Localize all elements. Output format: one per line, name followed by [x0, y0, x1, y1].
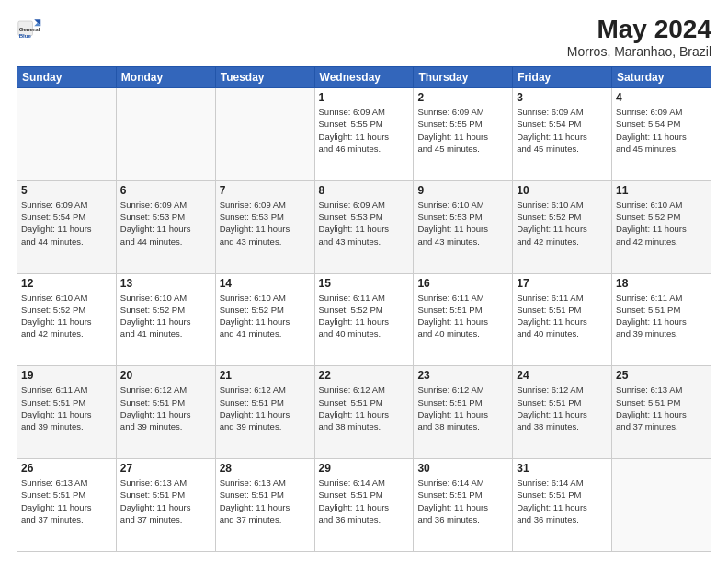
day-info-1: Sunrise: 6:09 AM Sunset: 5:55 PM Dayligh…: [319, 106, 410, 155]
calendar-cell-w0-d1: [116, 88, 215, 181]
calendar-cell-w1-d0: 5Sunrise: 6:09 AM Sunset: 5:54 PM Daylig…: [17, 180, 117, 273]
calendar-cell-w0-d3: 1Sunrise: 6:09 AM Sunset: 5:55 PM Daylig…: [314, 88, 414, 181]
calendar-cell-w2-d0: 12Sunrise: 6:10 AM Sunset: 5:52 PM Dayli…: [17, 273, 117, 366]
day-info-22: Sunrise: 6:12 AM Sunset: 5:51 PM Dayligh…: [319, 384, 410, 432]
day-number-1: 1: [319, 91, 410, 104]
calendar-cell-w4-d6: [612, 459, 711, 552]
day-number-20: 20: [120, 369, 211, 382]
day-number-10: 10: [517, 184, 608, 197]
calendar-cell-w4-d2: 28Sunrise: 6:13 AM Sunset: 5:51 PM Dayli…: [215, 459, 314, 552]
day-number-19: 19: [21, 369, 112, 382]
day-info-10: Sunrise: 6:10 AM Sunset: 5:52 PM Dayligh…: [517, 199, 608, 247]
day-number-15: 15: [319, 277, 410, 290]
calendar-cell-w4-d1: 27Sunrise: 6:13 AM Sunset: 5:51 PM Dayli…: [116, 459, 215, 552]
week-row-3: 19Sunrise: 6:11 AM Sunset: 5:51 PM Dayli…: [17, 366, 711, 459]
day-info-29: Sunrise: 6:14 AM Sunset: 5:51 PM Dayligh…: [319, 477, 410, 525]
day-info-5: Sunrise: 6:09 AM Sunset: 5:54 PM Dayligh…: [21, 199, 112, 247]
calendar-cell-w1-d3: 8Sunrise: 6:09 AM Sunset: 5:53 PM Daylig…: [314, 180, 414, 273]
calendar-cell-w1-d2: 7Sunrise: 6:09 AM Sunset: 5:53 PM Daylig…: [215, 180, 314, 273]
calendar-cell-w2-d1: 13Sunrise: 6:10 AM Sunset: 5:52 PM Dayli…: [116, 273, 215, 366]
day-info-20: Sunrise: 6:12 AM Sunset: 5:51 PM Dayligh…: [120, 384, 211, 432]
day-info-2: Sunrise: 6:09 AM Sunset: 5:55 PM Dayligh…: [417, 106, 508, 155]
col-thursday: Thursday: [414, 67, 513, 88]
day-info-15: Sunrise: 6:11 AM Sunset: 5:52 PM Dayligh…: [319, 292, 410, 340]
day-info-12: Sunrise: 6:10 AM Sunset: 5:52 PM Dayligh…: [21, 292, 112, 340]
day-number-28: 28: [220, 462, 311, 475]
day-number-29: 29: [319, 462, 410, 475]
day-number-5: 5: [21, 184, 112, 197]
day-info-31: Sunrise: 6:14 AM Sunset: 5:51 PM Dayligh…: [517, 477, 608, 525]
calendar-cell-w3-d4: 23Sunrise: 6:12 AM Sunset: 5:51 PM Dayli…: [414, 366, 513, 459]
day-number-18: 18: [616, 277, 707, 290]
day-info-30: Sunrise: 6:14 AM Sunset: 5:51 PM Dayligh…: [417, 477, 508, 525]
day-number-9: 9: [417, 184, 508, 197]
day-number-2: 2: [417, 91, 508, 104]
day-info-9: Sunrise: 6:10 AM Sunset: 5:53 PM Dayligh…: [417, 199, 508, 247]
col-wednesday: Wednesday: [314, 67, 414, 88]
calendar-cell-w0-d0: [17, 88, 117, 181]
day-info-16: Sunrise: 6:11 AM Sunset: 5:51 PM Dayligh…: [417, 292, 508, 340]
week-row-1: 5Sunrise: 6:09 AM Sunset: 5:54 PM Daylig…: [17, 180, 711, 273]
calendar-cell-w3-d2: 21Sunrise: 6:12 AM Sunset: 5:51 PM Dayli…: [215, 366, 314, 459]
calendar-cell-w3-d1: 20Sunrise: 6:12 AM Sunset: 5:51 PM Dayli…: [116, 366, 215, 459]
day-info-7: Sunrise: 6:09 AM Sunset: 5:53 PM Dayligh…: [220, 199, 311, 247]
day-number-4: 4: [616, 91, 707, 104]
day-number-16: 16: [417, 277, 508, 290]
day-number-11: 11: [616, 184, 707, 197]
day-number-25: 25: [616, 369, 707, 382]
day-info-3: Sunrise: 6:09 AM Sunset: 5:54 PM Dayligh…: [517, 106, 608, 155]
day-number-17: 17: [517, 277, 608, 290]
day-number-24: 24: [517, 369, 608, 382]
day-number-12: 12: [21, 277, 112, 290]
day-info-26: Sunrise: 6:13 AM Sunset: 5:51 PM Dayligh…: [21, 477, 112, 525]
day-info-6: Sunrise: 6:09 AM Sunset: 5:53 PM Dayligh…: [120, 199, 211, 247]
calendar-cell-w2-d6: 18Sunrise: 6:11 AM Sunset: 5:51 PM Dayli…: [612, 273, 711, 366]
title-location: Morros, Maranhao, Brazil: [567, 44, 711, 59]
day-info-28: Sunrise: 6:13 AM Sunset: 5:51 PM Dayligh…: [220, 477, 311, 525]
header: General Blue May 2024 Morros, Maranhao, …: [17, 15, 711, 59]
calendar-cell-w4-d0: 26Sunrise: 6:13 AM Sunset: 5:51 PM Dayli…: [17, 459, 117, 552]
day-number-8: 8: [319, 184, 410, 197]
day-number-21: 21: [220, 369, 311, 382]
day-number-6: 6: [120, 184, 211, 197]
col-saturday: Saturday: [612, 67, 711, 88]
day-number-30: 30: [417, 462, 508, 475]
page: General Blue May 2024 Morros, Maranhao, …: [0, 0, 728, 563]
calendar-cell-w3-d6: 25Sunrise: 6:13 AM Sunset: 5:51 PM Dayli…: [612, 366, 711, 459]
day-info-21: Sunrise: 6:12 AM Sunset: 5:51 PM Dayligh…: [220, 384, 311, 432]
svg-text:Blue: Blue: [19, 32, 32, 39]
day-info-24: Sunrise: 6:12 AM Sunset: 5:51 PM Dayligh…: [517, 384, 608, 432]
calendar-cell-w3-d5: 24Sunrise: 6:12 AM Sunset: 5:51 PM Dayli…: [513, 366, 612, 459]
week-row-0: 1Sunrise: 6:09 AM Sunset: 5:55 PM Daylig…: [17, 88, 711, 181]
calendar-cell-w3-d0: 19Sunrise: 6:11 AM Sunset: 5:51 PM Dayli…: [17, 366, 117, 459]
day-number-7: 7: [220, 184, 311, 197]
calendar-cell-w4-d5: 31Sunrise: 6:14 AM Sunset: 5:51 PM Dayli…: [513, 459, 612, 552]
logo-icon: General Blue: [17, 15, 42, 40]
day-number-22: 22: [319, 369, 410, 382]
col-friday: Friday: [513, 67, 612, 88]
day-number-23: 23: [417, 369, 508, 382]
svg-text:General: General: [19, 26, 40, 32]
day-info-13: Sunrise: 6:10 AM Sunset: 5:52 PM Dayligh…: [120, 292, 211, 340]
day-info-11: Sunrise: 6:10 AM Sunset: 5:52 PM Dayligh…: [616, 199, 707, 247]
calendar-cell-w2-d2: 14Sunrise: 6:10 AM Sunset: 5:52 PM Dayli…: [215, 273, 314, 366]
day-info-27: Sunrise: 6:13 AM Sunset: 5:51 PM Dayligh…: [120, 477, 211, 525]
day-number-27: 27: [120, 462, 211, 475]
col-sunday: Sunday: [17, 67, 117, 88]
calendar-cell-w0-d5: 3Sunrise: 6:09 AM Sunset: 5:54 PM Daylig…: [513, 88, 612, 181]
calendar-cell-w4-d3: 29Sunrise: 6:14 AM Sunset: 5:51 PM Dayli…: [314, 459, 414, 552]
calendar-cell-w2-d5: 17Sunrise: 6:11 AM Sunset: 5:51 PM Dayli…: [513, 273, 612, 366]
day-info-19: Sunrise: 6:11 AM Sunset: 5:51 PM Dayligh…: [21, 384, 112, 432]
calendar-cell-w0-d4: 2Sunrise: 6:09 AM Sunset: 5:55 PM Daylig…: [414, 88, 513, 181]
calendar-cell-w4-d4: 30Sunrise: 6:14 AM Sunset: 5:51 PM Dayli…: [414, 459, 513, 552]
day-info-4: Sunrise: 6:09 AM Sunset: 5:54 PM Dayligh…: [616, 106, 707, 155]
calendar-cell-w0-d2: [215, 88, 314, 181]
title-block: May 2024 Morros, Maranhao, Brazil: [567, 15, 711, 59]
day-info-23: Sunrise: 6:12 AM Sunset: 5:51 PM Dayligh…: [417, 384, 508, 432]
day-info-8: Sunrise: 6:09 AM Sunset: 5:53 PM Dayligh…: [319, 199, 410, 247]
day-info-14: Sunrise: 6:10 AM Sunset: 5:52 PM Dayligh…: [220, 292, 311, 340]
col-tuesday: Tuesday: [215, 67, 314, 88]
calendar-cell-w0-d6: 4Sunrise: 6:09 AM Sunset: 5:54 PM Daylig…: [612, 88, 711, 181]
day-info-25: Sunrise: 6:13 AM Sunset: 5:51 PM Dayligh…: [616, 384, 707, 432]
day-number-13: 13: [120, 277, 211, 290]
